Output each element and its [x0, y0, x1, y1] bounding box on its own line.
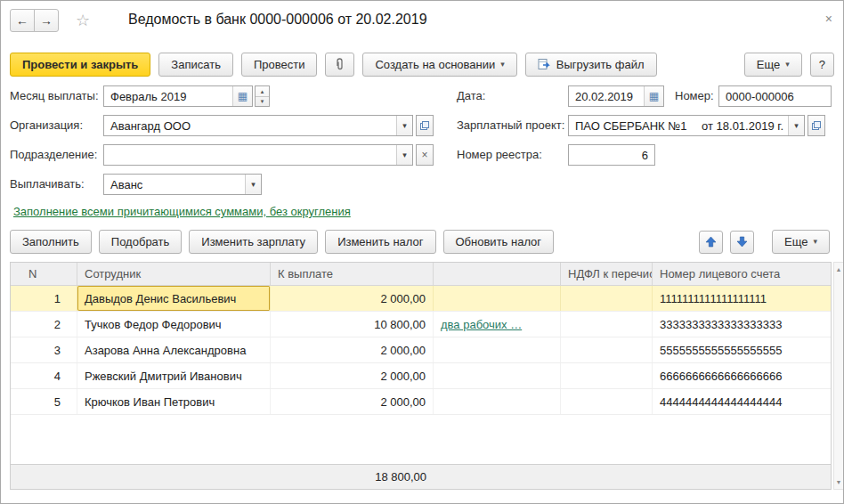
table-more-button[interactable]: Еще ▾ [772, 230, 830, 254]
working-days-link[interactable]: два рабочих … [441, 318, 522, 331]
chevron-down-icon[interactable]: ▾ [396, 145, 412, 165]
table-row[interactable]: 2 Тучков Федор Федорович 10 800,00 два р… [11, 312, 831, 337]
post-and-close-button[interactable]: Провести и закрыть [10, 53, 150, 77]
organization-field[interactable]: Авангард ООО ▾ [103, 115, 413, 136]
table-row[interactable]: 1 Давыдов Денис Васильевич 2 000,00 1111… [11, 286, 831, 312]
header-note[interactable] [434, 263, 561, 285]
header-n[interactable]: N [11, 263, 77, 285]
number-field[interactable]: 0000-000006 [718, 85, 832, 107]
account-cell[interactable]: 4444444444444444444 [653, 389, 831, 414]
table-row[interactable]: 3 Азарова Анна Александровна 2 000,00 55… [11, 337, 831, 363]
header-account[interactable]: Номер лицевого счета [653, 263, 831, 285]
main-toolbar: Провести и закрыть Записать Провести Соз… [10, 52, 834, 77]
chevron-down-icon[interactable]: ▾ [788, 116, 804, 135]
employee-cell[interactable]: Крючков Иван Петрович [77, 389, 271, 414]
employee-cell[interactable]: Давыдов Денис Васильевич [77, 286, 271, 311]
amount-cell[interactable]: 2 000,00 [271, 389, 434, 414]
table-more-label: Еще [784, 235, 807, 248]
salary-project-open-button[interactable] [807, 115, 825, 136]
update-tax-button[interactable]: Обновить налог [443, 230, 555, 254]
export-file-button[interactable]: Выгрузить файл [525, 53, 657, 77]
employee-cell[interactable]: Тучков Федор Федорович [77, 312, 271, 337]
payout-type-field[interactable]: Аванс ▾ [103, 174, 262, 195]
department-field[interactable]: ▾ [103, 144, 413, 166]
total-spacer [653, 465, 831, 489]
organization-open-button[interactable] [416, 115, 434, 136]
chevron-down-icon: ▾ [813, 238, 817, 246]
clear-icon: × [421, 149, 427, 161]
scroll-down-icon[interactable]: ▼ [836, 476, 842, 489]
account-cell[interactable]: 3333333333333333333 [653, 312, 831, 337]
move-row-up-button[interactable] [699, 231, 723, 254]
open-icon [811, 120, 822, 131]
table-row[interactable]: 4 Ржевский Дмитрий Иванович 2 000,00 666… [11, 363, 831, 389]
table-row[interactable]: 5 Крючков Иван Петрович 2 000,00 4444444… [11, 389, 831, 415]
chevron-down-icon: ▾ [785, 61, 790, 69]
total-spacer [77, 465, 271, 489]
registry-number-field[interactable]: 6 [568, 144, 655, 166]
amount-cell[interactable]: 2 000,00 [271, 363, 434, 388]
row-number-cell: 2 [11, 312, 77, 337]
export-file-label: Выгрузить файл [556, 58, 645, 71]
paperclip-icon [334, 58, 345, 71]
more-button[interactable]: Еще ▾ [744, 53, 802, 77]
help-button[interactable]: ? [810, 53, 834, 77]
header-amount[interactable]: К выплате [271, 263, 434, 285]
pick-button[interactable]: Подобрать [99, 230, 182, 254]
arrow-down-icon [736, 236, 748, 248]
export-file-icon [538, 58, 551, 70]
ndfl-cell [561, 337, 653, 362]
header-ndfl[interactable]: НДФЛ к перечис… [561, 263, 653, 285]
forward-button[interactable]: → [34, 9, 59, 32]
department-clear-button[interactable]: × [416, 144, 434, 166]
organization-value: Авангард ООО [104, 119, 396, 133]
change-tax-button[interactable]: Изменить налог [325, 230, 435, 254]
account-cell[interactable]: 1111111111111111111 [653, 286, 831, 311]
post-button[interactable]: Провести [241, 53, 318, 77]
table-total-row: 18 800,00 [11, 464, 831, 489]
chevron-down-icon[interactable]: ▾ [396, 116, 412, 135]
chevron-down-icon: ▾ [500, 61, 505, 69]
attachments-button[interactable] [325, 53, 354, 77]
chevron-down-icon[interactable]: ▾ [245, 175, 261, 194]
amount-cell[interactable]: 10 800,00 [271, 312, 434, 337]
table-header: N Сотрудник К выплате НДФЛ к перечис… Но… [11, 263, 831, 286]
note-cell [434, 363, 561, 388]
date-field[interactable]: 20.02.2019 ▦ [568, 85, 664, 107]
account-cell[interactable]: 5555555555555555555 [653, 337, 831, 362]
payout-month-field[interactable]: Февраль 2019 ▦ [103, 85, 253, 107]
create-based-on-button[interactable]: Создать на основании ▾ [362, 53, 516, 77]
move-row-down-button[interactable] [730, 231, 754, 254]
favorite-star-icon[interactable]: ☆ [76, 11, 90, 30]
header-employee[interactable]: Сотрудник [77, 263, 271, 285]
change-salary-button[interactable]: Изменить зарплату [189, 230, 318, 254]
employee-cell[interactable]: Азарова Анна Александровна [77, 337, 271, 362]
calendar-icon[interactable]: ▦ [644, 86, 663, 106]
scroll-up-icon[interactable]: ▲ [836, 263, 842, 276]
amount-cell[interactable]: 2 000,00 [271, 337, 434, 362]
open-icon [419, 120, 430, 131]
arrow-up-icon [705, 236, 717, 248]
table-empty-area [11, 415, 831, 464]
account-cell[interactable]: 6666666666666666666 [653, 363, 831, 388]
payout-type-label: Выплачивать: [10, 177, 85, 191]
calendar-icon[interactable]: ▦ [232, 86, 252, 106]
back-arrow-icon: ← [16, 13, 28, 28]
nav-buttons: ← → [10, 9, 59, 32]
back-button[interactable]: ← [10, 9, 35, 32]
close-icon[interactable]: × [825, 12, 832, 26]
spin-down-icon[interactable]: ▾ [256, 97, 269, 107]
fill-all-amounts-link[interactable]: Заполнение всеми причитающимися суммами,… [13, 205, 351, 218]
fill-button[interactable]: Заполнить [10, 230, 92, 254]
employee-cell[interactable]: Ржевский Дмитрий Иванович [77, 363, 271, 388]
salary-project-field[interactable]: ПАО СБЕРБАНК №1 от 18.01.2019 г. ▾ [568, 115, 805, 136]
forward-arrow-icon: → [40, 13, 53, 28]
spin-up-icon[interactable]: ▴ [256, 86, 269, 97]
payout-month-stepper[interactable]: ▴ ▾ [255, 85, 270, 107]
table-scrollbar[interactable]: ▲ ▼ [833, 262, 844, 490]
number-label: Номер: [675, 89, 714, 102]
amount-cell[interactable]: 2 000,00 [271, 286, 434, 311]
table-toolbar: Заполнить Подобрать Изменить зарплату Из… [10, 230, 830, 254]
payout-month-label: Месяц выплаты: [10, 89, 99, 102]
write-button[interactable]: Записать [158, 53, 233, 77]
